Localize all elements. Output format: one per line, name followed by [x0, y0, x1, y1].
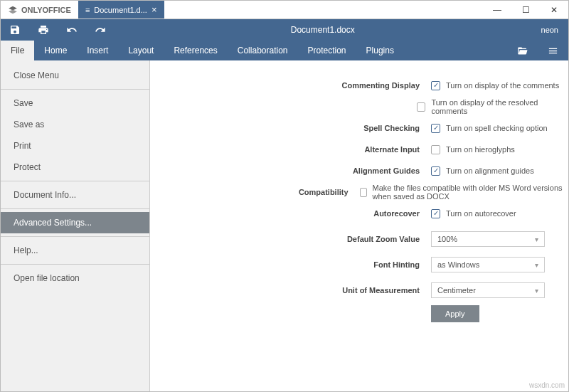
hamburger-icon: ≡: [85, 6, 90, 14]
alternate-input-text: Turn on hieroglyphs: [446, 145, 515, 154]
sidebar-print[interactable]: Print: [1, 135, 149, 157]
menu-insert[interactable]: Insert: [77, 41, 118, 60]
onlyoffice-icon: [8, 5, 18, 15]
sidebar-separator: [1, 181, 149, 181]
main-toolbar: Document1.docx neon: [1, 19, 568, 41]
resolved-comments-text: Turn on display of the resolved comments: [431, 98, 568, 115]
chevron-down-icon: ▾: [535, 287, 538, 295]
maximize-button[interactable]: ☐: [511, 1, 540, 18]
spell-checking-label: Spell Checking: [150, 124, 431, 132]
sidebar-open-file-location[interactable]: Open file location: [1, 267, 149, 289]
brand-text: ONLYOFFICE: [21, 6, 71, 14]
redo-icon: [95, 24, 106, 36]
menu-file[interactable]: File: [1, 41, 34, 60]
default-zoom-value: 100%: [437, 235, 457, 243]
document-title: Document1.docx: [115, 25, 531, 35]
alignment-guides-label: Alignment Guides: [150, 166, 431, 175]
title-bar: ONLYOFFICE ≡ Document1.d... × — ☐ ✕: [1, 1, 568, 19]
print-icon: [38, 24, 49, 36]
sidebar-separator: [1, 264, 149, 265]
open-location-icon[interactable]: [507, 41, 538, 60]
alignment-guides-checkbox[interactable]: [431, 166, 440, 176]
menu-plugins[interactable]: Plugins: [356, 41, 404, 60]
font-hinting-value: as Windows: [437, 260, 479, 269]
sidebar-separator: [1, 236, 149, 237]
menu-home[interactable]: Home: [34, 41, 77, 60]
sidebar-advanced-settings[interactable]: Advanced Settings...: [1, 212, 149, 233]
sidebar-help[interactable]: Help...: [1, 240, 149, 261]
spell-checking-checkbox[interactable]: [431, 124, 440, 133]
save-button[interactable]: [1, 19, 29, 41]
print-button[interactable]: [29, 19, 58, 41]
unit-measurement-label: Unit of Measurement: [150, 286, 431, 295]
settings-pane: Commenting Display Turn on display of th…: [150, 60, 568, 391]
minimize-button[interactable]: —: [483, 1, 511, 18]
commenting-display-label: Commenting Display: [150, 81, 431, 90]
menu-protection[interactable]: Protection: [298, 41, 356, 60]
alternate-input-checkbox[interactable]: [431, 145, 440, 154]
unit-measurement-value: Centimeter: [437, 286, 476, 295]
document-tab[interactable]: ≡ Document1.d... ×: [78, 1, 164, 18]
menu-bar: File Home Insert Layout References Colla…: [1, 41, 568, 60]
app-logo: ONLYOFFICE: [1, 1, 78, 18]
menu-references[interactable]: References: [164, 41, 227, 60]
user-label[interactable]: neon: [531, 26, 568, 34]
unit-measurement-select[interactable]: Centimeter ▾: [431, 282, 545, 298]
compatibility-label: Compatibility: [150, 188, 360, 196]
resolved-comments-checkbox[interactable]: [417, 102, 425, 112]
sidebar-separator: [1, 89, 149, 90]
window-controls: — ☐ ✕: [483, 1, 568, 18]
sidebar-save[interactable]: Save: [1, 92, 149, 114]
compatibility-checkbox[interactable]: [360, 188, 367, 197]
sidebar-document-info[interactable]: Document Info...: [1, 184, 149, 206]
tab-title: Document1.d...: [94, 6, 147, 14]
sidebar-save-as[interactable]: Save as: [1, 114, 149, 135]
close-tab-icon[interactable]: ×: [151, 4, 157, 15]
font-hinting-label: Font Hinting: [150, 260, 431, 269]
undo-icon: [66, 24, 78, 36]
undo-button[interactable]: [58, 19, 86, 41]
sidebar-protect[interactable]: Protect: [1, 157, 149, 178]
sidebar-close-menu[interactable]: Close Menu: [1, 65, 149, 86]
apply-button[interactable]: Apply: [431, 305, 479, 322]
autorecover-label: Autorecover: [150, 209, 431, 218]
menu-layout[interactable]: Layout: [118, 41, 164, 60]
watermark-text: wsxdn.com: [529, 381, 565, 389]
alignment-guides-text: Turn on alignment guides: [446, 166, 534, 175]
default-zoom-select[interactable]: 100% ▾: [431, 231, 545, 247]
sidebar-separator: [1, 208, 149, 209]
autorecover-text: Turn on autorecover: [446, 209, 516, 218]
chevron-down-icon: ▾: [535, 235, 538, 243]
svg-marker-1: [9, 9, 17, 14]
alternate-input-label: Alternate Input: [150, 145, 431, 154]
file-sidebar: Close Menu Save Save as Print Protect Do…: [1, 60, 150, 391]
spell-checking-text: Turn on spell checking option: [446, 124, 548, 132]
chevron-down-icon: ▾: [535, 261, 538, 269]
autorecover-checkbox[interactable]: [431, 209, 440, 218]
compatibility-text: Make the files compatible with older MS …: [373, 184, 568, 201]
content-area: Close Menu Save Save as Print Protect Do…: [1, 60, 568, 391]
commenting-display-checkbox[interactable]: [431, 81, 440, 90]
menu-collaboration[interactable]: Collaboration: [228, 41, 298, 60]
font-hinting-select[interactable]: as Windows ▾: [431, 257, 545, 272]
commenting-display-text: Turn on display of the comments: [446, 81, 559, 90]
menu-more-icon[interactable]: [538, 41, 568, 60]
redo-button[interactable]: [86, 19, 115, 41]
default-zoom-label: Default Zoom Value: [150, 235, 431, 243]
close-window-button[interactable]: ✕: [540, 1, 568, 18]
save-icon: [9, 24, 21, 36]
